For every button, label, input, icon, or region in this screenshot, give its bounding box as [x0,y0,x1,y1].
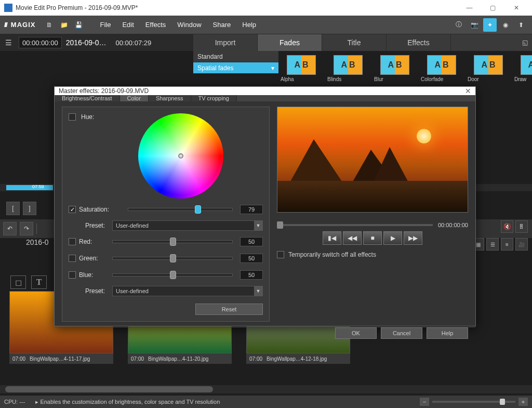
view-timeline-icon[interactable]: ≡ [501,238,513,251]
rgb-preset-dropdown[interactable]: User-defined▼ [112,286,263,296]
popout-icon[interactable]: ◱ [517,34,532,51]
red-value[interactable]: 50 [240,237,263,246]
preset-label-1: Preset: [69,222,105,229]
hue-color-wheel[interactable] [138,113,223,199]
fast-forward-button[interactable]: ▶▶ [404,231,422,245]
saturation-checkbox[interactable] [69,206,76,213]
close-button[interactable]: ✕ [504,0,528,16]
menu-file[interactable]: File [96,19,115,31]
blue-slider[interactable] [112,273,233,277]
save-icon[interactable]: 💾 [73,19,84,31]
undo-icon[interactable]: ↶ [3,222,17,235]
selection-mode-icon[interactable]: ◻ [10,275,26,289]
status-bar: CPU: --- ▸ Enables the customization of … [0,396,532,408]
master-effects-dialog: Master effects: 2016-09-09.MVD ✕ Brightn… [54,86,476,326]
fades-cat-spatial[interactable]: Spatial fades▾ [193,62,278,74]
effects-off-label: Temporarily switch off all effects [288,251,376,258]
menu-edit[interactable]: Edit [118,19,138,31]
bracket-in-icon[interactable]: [ [6,202,20,215]
tab-effects[interactable]: Effects [387,34,451,51]
view-list-icon[interactable]: ☰ [486,238,499,251]
menu-window[interactable]: Window [173,19,205,31]
disc-icon[interactable]: ◉ [499,18,512,32]
saturation-preset-dropdown[interactable]: User-defined▼ [112,220,263,231]
main-toolbar: MAGIX 🗎 📁 💾 File Edit Effects Window Sha… [0,16,532,34]
chevron-down-icon: ▼ [254,286,262,296]
skip-start-button[interactable]: ▮◀ [323,231,341,245]
saturation-value[interactable]: 79 [240,205,263,214]
tab-tv-cropping[interactable]: TV cropping [191,95,237,101]
redo-icon[interactable]: ↷ [20,222,33,235]
effects-shortcut-icon[interactable]: ✦ [483,18,497,32]
blue-value[interactable]: 50 [240,270,263,280]
export-icon[interactable]: ⬆ [514,18,528,32]
tab-import[interactable]: Import [193,34,258,51]
title-mode-icon[interactable]: T [31,275,47,289]
saturation-label: Saturation: [79,206,121,213]
red-checkbox[interactable] [69,238,76,245]
preview-seek-slider[interactable] [277,224,433,226]
blue-checkbox[interactable] [69,271,76,279]
ok-button[interactable]: OK [335,327,377,339]
rewind-button[interactable]: ◀◀ [343,231,362,245]
preset-label-2: Preset: [69,287,105,295]
fades-category-list: Standard Spatial fades▾ [193,51,278,74]
zoom-slider[interactable] [432,401,515,403]
open-folder-icon[interactable]: 📁 [58,19,70,31]
cancel-button[interactable]: Cancel [381,327,422,339]
maximize-button[interactable]: ▢ [481,0,504,16]
blue-label: Blue: [79,271,105,279]
fade-door[interactable]: A BDoor [468,55,509,82]
dialog-footer: OK Cancel Help [55,327,475,339]
green-checkbox[interactable] [69,255,76,262]
effects-off-checkbox[interactable] [277,251,284,258]
horizontal-scroll[interactable] [0,385,532,393]
mixer-icon[interactable]: 🎚 [515,220,528,233]
view-camera-icon[interactable]: 🎥 [515,238,528,251]
mute-icon[interactable]: 🔇 [501,220,513,233]
fades-cat-standard[interactable]: Standard [193,51,278,62]
menu-effects[interactable]: Effects [141,19,170,31]
tab-title[interactable]: Title [322,34,387,51]
red-slider[interactable] [112,240,233,243]
play-button[interactable]: ▶ [383,231,402,245]
dialog-close-button[interactable]: ✕ [465,87,471,95]
track-mode-buttons: ◻ T [10,275,47,289]
clip-filename: BingWallpap…4-11-20.jpg [148,356,208,362]
green-label: Green: [79,255,105,262]
fade-blinds[interactable]: A BBlinds [327,55,369,82]
reset-button[interactable]: Reset [195,304,263,315]
zoom-control: − + [420,398,528,406]
bracket-out-icon[interactable]: ] [23,202,36,215]
project-name: 2016-09-0… [62,38,111,47]
tab-brightness-contrast[interactable]: Brightness/Contrast [55,95,120,101]
zoom-in-button[interactable]: + [518,398,528,406]
help-button[interactable]: Help [427,327,468,339]
fade-draw[interactable]: A BDraw [514,55,532,82]
fades-thumbnails: A BAlpha A BBlinds A BBlur A BColorfade … [281,55,528,82]
green-value[interactable]: 50 [240,254,263,263]
saturation-slider[interactable] [128,208,233,211]
cpu-status: CPU: --- [4,399,25,405]
fade-blur[interactable]: A BBlur [374,55,416,82]
fade-alpha[interactable]: A BAlpha [281,55,322,82]
camera-icon[interactable]: 📷 [468,18,481,32]
tab-fades[interactable]: Fades [258,34,322,51]
tab-color[interactable]: Color [120,95,149,101]
position-segment[interactable] [6,185,53,190]
dialog-tabs: Brightness/Contrast Color Sharpness TV c… [55,95,475,101]
timecode-start[interactable]: 00:00:00:00 [19,37,62,48]
stop-button[interactable]: ■ [363,231,382,245]
green-slider[interactable] [112,257,233,260]
hue-picker-dot[interactable] [178,153,183,159]
menu-help[interactable]: Help [238,19,260,31]
minimize-button[interactable]: — [458,0,481,16]
hue-checkbox[interactable] [69,113,76,121]
menu-share[interactable]: Share [209,19,235,31]
tab-sharpness[interactable]: Sharpness [149,95,191,101]
info-icon[interactable]: ⓘ [452,18,466,32]
hamburger-icon[interactable]: ☰ [0,38,17,47]
new-file-icon[interactable]: 🗎 [44,19,55,31]
fade-colorfade[interactable]: A BColorfade [421,55,462,82]
zoom-out-button[interactable]: − [420,398,429,406]
